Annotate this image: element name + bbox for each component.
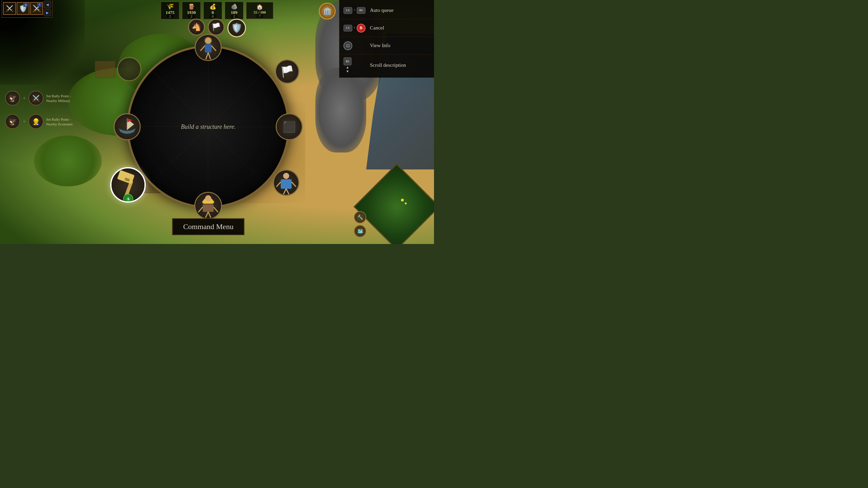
svg-line-8 [283,189,286,194]
action-icon-military[interactable]: 🦅 [5,91,20,106]
wheel-slot-right[interactable]: ⬛ [276,113,303,140]
btn-rs-1: RS [357,7,366,14]
action-icon-military-2[interactable]: ⚔️ [28,91,43,106]
terrain-grass-2 [34,136,102,186]
slot-flag-inner: 🏳️ [276,60,298,83]
wheel-line-225 [152,70,209,127]
svg-line-2 [206,53,208,59]
unit-portrait-flag[interactable]: 🏳️ [208,19,225,36]
auto-queue-label: Auto queue [370,7,394,13]
background-building-1 [95,61,115,78]
wheel-slot-flag[interactable]: 🏳️ [275,59,299,84]
auto-queue-combo: LS + RS [343,7,367,14]
scroll-desc-label: Scroll description [370,62,406,68]
svg-point-13 [205,195,211,201]
wheel-line-135 [152,127,208,183]
svg-line-17 [198,207,203,212]
btn-b: B [357,24,366,33]
leader-svg [196,194,220,218]
wheel-slot-build-active[interactable]: A [110,167,146,203]
wheel-line-315 [208,71,264,127]
wheel-slot-top[interactable] [195,34,222,61]
slot-active-a-button: A [123,194,133,203]
btn-ls-2: LS [343,25,352,32]
view-info-combo: □ [343,41,367,50]
action-item-economic: 🦅 + 👷 Set Rally Point -Nearby Economic [5,114,80,129]
unit-count-1: 6 [23,3,28,7]
plus-2: + [353,25,356,30]
svg-line-4 [200,46,205,51]
minimap-btn-tools[interactable]: 🔧 [354,211,366,223]
slot-bottom-inner [195,193,221,219]
action-icon-economic-2[interactable]: 👷 [28,114,43,129]
wheel-slot-bottom[interactable] [194,192,222,220]
svg-point-0 [205,37,212,44]
command-menu-label: Command Menu [172,218,244,235]
btn-rs-2: RS [343,57,352,65]
view-info-label: View Info [370,43,390,48]
unit-portrait-swords[interactable]: ⚔️ [3,2,16,15]
svg-line-11 [292,182,296,187]
action-item-military: 🦅 + ⚔️ Set Rally Point - Nearby Military [5,91,80,106]
slot-top-left-inner [118,58,140,80]
unit-portrait-1[interactable]: 🛡️ 6 [17,2,29,15]
svg-rect-20 [117,170,135,184]
svg-line-16 [208,212,211,218]
svg-point-6 [283,173,289,179]
left-actions-panel: 🦅 + ⚔️ Set Rally Point - Nearby Military… [5,91,80,129]
cmd-scroll-desc[interactable]: RS ▲ ▼ Scroll description [339,55,434,76]
wheel-slot-bottom-right[interactable] [273,169,299,196]
svg-line-3 [208,53,211,59]
ship-svg [115,115,139,139]
svg-line-15 [205,212,208,218]
svg-rect-7 [281,179,292,189]
unit-count-2: 7 [37,3,42,7]
cancel-label: Cancel [370,25,384,31]
unit-portrait-shield[interactable]: 🛡️ [228,19,246,37]
slot-bottom-right-inner [274,170,298,195]
cancel-combo: LS + B [343,24,367,33]
right-command-panel: LS + RS Auto queue LS + B Cancel □ View … [339,0,434,78]
warrior-svg [196,36,220,59]
unit-portrait-cavalry[interactable]: 🐴 [188,19,205,36]
minimap-unit-dot-1 [401,199,403,201]
svg-rect-14 [203,204,214,212]
wheel-slot-left[interactable] [114,113,141,140]
plus-1: + [353,8,356,13]
command-wheel-container: Build a structure here. 🏳️ [127,45,290,208]
cmd-view-info[interactable]: □ View Info [339,37,434,55]
plus-economic: + [23,119,26,125]
unit-portrait-2[interactable]: ⚔️ 7 [30,2,43,15]
unit-panel: ⚔️ 🛡️ 6 ⚔️ 7 ◀ ▶ [2,0,53,18]
action-icon-economic[interactable]: 🦅 [5,114,20,129]
age-advance-button[interactable]: 🏛️ [319,3,336,20]
wheel-slot-top-left[interactable] [117,57,141,81]
svg-line-9 [286,189,289,194]
btn-ls-1: LS [343,7,352,14]
command-wheel: Build a structure here. 🏳️ [127,45,290,208]
slot-right-inner: ⬛ [277,114,302,139]
cmd-cancel[interactable]: LS + B Cancel [339,19,434,37]
command-menu-text: Command Menu [183,222,234,231]
wheel-center-text: Build a structure here. [181,123,236,130]
action-text-military: Set Rally Point - Nearby Military [46,93,80,103]
blue-unit-svg [275,171,298,194]
unit-action-btn-2[interactable]: ▶ [44,9,51,16]
svg-rect-1 [205,44,212,53]
btn-square: □ [343,41,352,50]
minimap-btn-map[interactable]: 🗺️ [354,225,366,237]
svg-line-10 [276,182,281,187]
terrain-rock-2 [315,68,366,152]
scroll-arrows: ▲ ▼ [346,66,349,73]
unit-action-btn-1[interactable]: ◀ [44,1,51,8]
unit-info-bar: 🐴 🏳️ 🛡️ [188,19,246,37]
slot-top-inner [196,35,221,60]
minimap-buttons: 🔧 🗺️ [354,211,366,237]
cmd-auto-queue[interactable]: LS + RS Auto queue [339,2,434,19]
svg-line-5 [212,46,216,51]
wheel-line-45 [208,127,264,183]
svg-line-18 [214,207,218,212]
action-text-economic: Set Rally Point -Nearby Economic [46,117,73,126]
slot-left-inner [115,114,140,139]
plus-military: + [23,95,26,101]
